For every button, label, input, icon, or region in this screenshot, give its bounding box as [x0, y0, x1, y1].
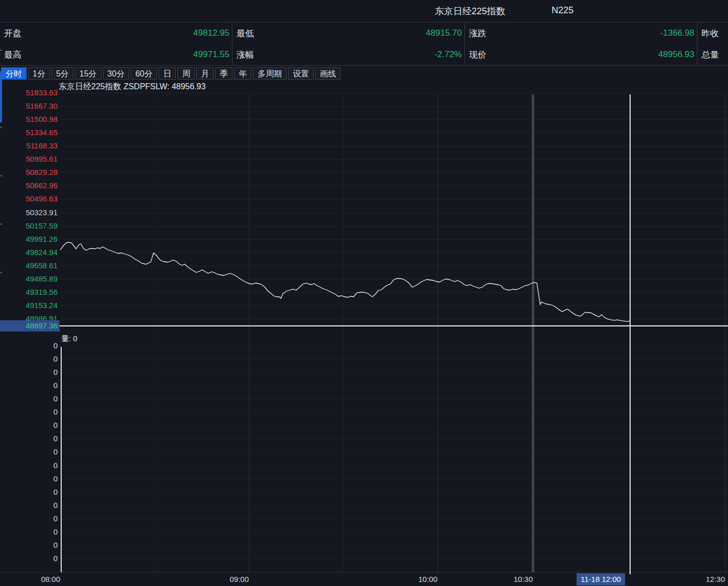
y-axis-label: 50829.28	[0, 168, 58, 177]
volume-gridline	[60, 399, 728, 399]
quote-field-value: 48915.70	[426, 28, 462, 38]
volume-axis-label: 0	[0, 461, 58, 470]
quote-field-label: 现价	[469, 49, 486, 61]
x-axis-label-10:00: 10:00	[418, 575, 437, 583]
volume-axis-label: 0	[0, 474, 58, 483]
chart-title: 东京日经225指数 ZSDPFSLW: 48956.93	[59, 82, 205, 92]
tab-60分[interactable]: 60分	[131, 67, 157, 80]
scrollbar-thumb[interactable]	[0, 71, 2, 122]
volume-axis-label: 0	[0, 554, 58, 563]
scrollbar-notch	[0, 223, 2, 225]
volume-axis-label: 0	[0, 368, 58, 377]
y-axis-label: 50662.96	[0, 181, 58, 190]
quote-cell-r0c1: 最低48915.70	[232, 22, 464, 44]
tab-日[interactable]: 日	[159, 67, 176, 80]
x-axis-label-12:30: 12:30	[706, 575, 725, 583]
volume-axis-label: 0	[0, 434, 58, 443]
volume-value: 0	[73, 334, 77, 343]
tab-分时[interactable]: 分时	[1, 67, 27, 80]
volume-axis-label: 0	[0, 421, 58, 430]
scrollbar-notch	[0, 126, 2, 128]
volume-gridline	[60, 452, 728, 452]
instrument-title: 东京日经225指数	[435, 5, 505, 17]
volume-gridline	[60, 479, 728, 479]
quote-field-value: 49971.55	[193, 49, 229, 60]
x-axis: 08:0009:0010:0010:3012:3011-18 12:00	[0, 572, 728, 586]
tab-15分[interactable]: 15分	[75, 67, 101, 80]
volume-label-text: 量:	[61, 334, 71, 343]
quote-field-value: 49812.95	[193, 28, 229, 38]
y-axis-label: 51168.33	[0, 141, 58, 150]
tab-年[interactable]: 年	[234, 67, 251, 80]
y-axis-label: 49485.89	[0, 274, 58, 284]
stock-chart-window: 东京日经225指数 N225 开盘49812.95最低48915.70涨跌-13…	[0, 0, 728, 586]
volume-axis-label: 0	[0, 447, 58, 456]
volume-gridline	[60, 372, 728, 373]
volume-gridline	[60, 425, 728, 426]
volume-gridline	[60, 532, 728, 532]
y-axis-label: 49658.61	[0, 261, 58, 270]
y-axis-label: 50496.63	[0, 194, 58, 203]
y-axis-label: 51500.98	[0, 115, 58, 124]
quote-cell-r0c2: 涨跌-1366.98	[464, 22, 697, 44]
y-axis-label: 49319.56	[0, 288, 58, 297]
quote-field-label: 涨幅	[237, 49, 254, 61]
tab-多周期[interactable]: 多周期	[253, 67, 287, 80]
y-axis-label: 50995.61	[0, 155, 58, 164]
tab-月[interactable]: 月	[196, 67, 214, 80]
title-bar: 东京日经225指数 N225	[0, 0, 728, 22]
volume-gridline	[60, 439, 728, 439]
y-axis-label: 49153.24	[0, 301, 58, 310]
y-axis-label: 51833.63	[0, 88, 58, 97]
quote-cell-r1c1: 涨幅-2.72%	[232, 44, 464, 65]
volume-axis-label: 0	[0, 407, 58, 417]
left-scrollbar	[0, 0, 2, 586]
volume-axis-label: 0	[0, 488, 58, 497]
crosshair-horizontal-line	[60, 325, 728, 326]
y-axis-label: 50157.59	[0, 221, 58, 231]
volume-gridline	[60, 558, 728, 559]
volume-gridline	[60, 346, 728, 346]
instrument-symbol: N225	[552, 5, 574, 16]
x-axis-label-10:30: 10:30	[513, 575, 533, 583]
crosshair-time-badge: 11-18 12:00	[577, 573, 625, 585]
price-line-plot[interactable]	[60, 94, 728, 333]
quote-cell-r0c3: 昨收	[697, 22, 728, 44]
quote-field-value: -1366.98	[660, 28, 694, 38]
quote-field-label: 开盘	[4, 28, 21, 39]
volume-axis-label: 0	[0, 341, 58, 350]
y-axis-label: 51667.30	[0, 101, 58, 111]
volume-gridline	[60, 545, 728, 546]
volume-gridline	[60, 412, 728, 413]
quote-field-label: 总量	[701, 49, 719, 61]
scrollbar-notch	[0, 49, 2, 51]
tab-周[interactable]: 周	[177, 67, 195, 80]
period-tabs: 分时1分5分15分30分60分日周月季年多周期设置画线	[1, 66, 342, 80]
volume-axis-label: 0	[0, 381, 58, 390]
volume-label: 量: 0	[61, 334, 77, 344]
x-axis-label-08:00: 08:00	[41, 575, 60, 583]
tab-5分[interactable]: 5分	[51, 67, 73, 80]
quote-grid: 开盘49812.95最低48915.70涨跌-1366.98昨收最高49971.…	[0, 22, 728, 66]
x-axis-label-09:00: 09:00	[229, 575, 249, 583]
quote-field-value: -2.72%	[434, 49, 462, 60]
y-axis-label: 49991.26	[0, 235, 58, 244]
tab-1分[interactable]: 1分	[28, 67, 50, 80]
volume-axis-label: 0	[0, 394, 58, 403]
tab-画线[interactable]: 画线	[315, 67, 341, 80]
quote-field-label: 最低	[237, 28, 254, 39]
quote-cell-r1c2: 现价48956.93	[464, 44, 697, 65]
volume-gridline	[60, 466, 728, 466]
y-axis-label: 50323.91	[0, 208, 58, 217]
scrollbar-notch	[0, 175, 2, 176]
tab-30分[interactable]: 30分	[103, 67, 129, 80]
price-gridline	[60, 93, 728, 93]
volume-gridline	[60, 519, 728, 519]
volume-axis-label: 0	[0, 541, 58, 550]
volume-axis-label: 0	[0, 354, 58, 364]
volume-gridline	[60, 386, 728, 386]
tab-设置[interactable]: 设置	[288, 67, 314, 80]
tab-季[interactable]: 季	[215, 67, 232, 80]
quote-cell-r0c0: 开盘49812.95	[0, 22, 232, 44]
chart-area[interactable]: 东京日经225指数 ZSDPFSLW: 48956.93 量: 0 51833.…	[0, 81, 728, 572]
